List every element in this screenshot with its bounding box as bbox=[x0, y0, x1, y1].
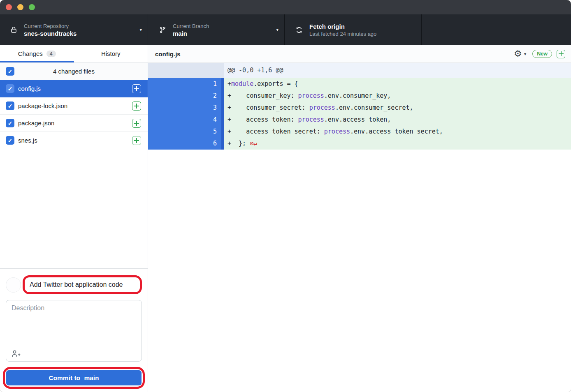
commit-button-label: Commit to bbox=[49, 374, 80, 381]
commit-description-box bbox=[6, 300, 142, 362]
select-all-checkbox[interactable] bbox=[6, 67, 14, 76]
window-controls bbox=[6, 4, 35, 10]
gutter-new-line-number: 6 bbox=[185, 138, 221, 150]
diff-content[interactable]: @@ -0,0 +1,6 @@ 1 +module.exports = { 2 … bbox=[148, 63, 571, 392]
commit-to-main-button[interactable]: Commit to main bbox=[6, 370, 142, 385]
commit-summary-input[interactable] bbox=[25, 281, 140, 288]
gutter-old bbox=[148, 138, 185, 150]
hunk-header-row: @@ -0,0 +1,6 @@ bbox=[148, 63, 571, 78]
added-file-icon bbox=[132, 119, 141, 128]
current-branch-dropdown[interactable]: Current Branch main bbox=[148, 14, 285, 45]
file-name: package.json bbox=[18, 120, 54, 127]
titlebar bbox=[0, 0, 571, 14]
gutter-old bbox=[148, 78, 185, 90]
add-icon[interactable] bbox=[557, 50, 565, 58]
gutter-old bbox=[148, 126, 185, 138]
no-newline-icon: ⊘↵ bbox=[250, 140, 257, 147]
repository-label: Current Repository bbox=[24, 23, 77, 29]
file-checkbox[interactable] bbox=[6, 136, 14, 145]
chevron-down-icon bbox=[276, 27, 279, 32]
gutter-old bbox=[148, 114, 185, 126]
added-file-icon bbox=[132, 101, 141, 111]
file-name: package-lock.json bbox=[18, 102, 67, 109]
diff-line-6[interactable]: 6 + }; ⊘↵ bbox=[148, 138, 571, 150]
diff-line-2[interactable]: 2 + consumer_key: process.env.consumer_k… bbox=[148, 90, 571, 102]
diff-line-code: + consumer_key: process.env.consumer_key… bbox=[224, 90, 571, 102]
diff-line-1[interactable]: 1 +module.exports = { bbox=[148, 78, 571, 90]
toolbar-spacer bbox=[422, 14, 571, 45]
gear-icon[interactable] bbox=[514, 48, 522, 59]
git-branch-icon bbox=[158, 26, 167, 33]
gutter-new-line-number: 1 bbox=[185, 78, 221, 90]
file-row-package-lock-json[interactable]: package-lock.json bbox=[0, 97, 148, 115]
file-row-package-json[interactable]: package.json bbox=[0, 115, 148, 132]
diff-line-5[interactable]: 5 + access_token_secret: process.env.acc… bbox=[148, 126, 571, 138]
commit-form: Commit to main bbox=[0, 268, 148, 392]
file-checkbox[interactable] bbox=[6, 119, 14, 127]
gutter-new bbox=[185, 63, 221, 78]
diff-line-code: + access_token_secret: process.env.acces… bbox=[224, 126, 571, 138]
file-checkbox[interactable] bbox=[6, 84, 14, 93]
changes-count-badge: 4 bbox=[46, 51, 56, 57]
diff-header: config.js New bbox=[148, 45, 571, 63]
changed-files-count: 4 changed files bbox=[53, 68, 95, 75]
gutter-old bbox=[148, 63, 185, 78]
diff-line-code: + consumer_secret: process.env.consumer_… bbox=[224, 102, 571, 114]
diff-filename: config.js bbox=[155, 51, 181, 58]
branch-name: main bbox=[173, 30, 209, 37]
file-name: config.js bbox=[18, 85, 41, 92]
gutter-old bbox=[148, 102, 185, 114]
commit-description-input[interactable] bbox=[12, 304, 136, 347]
tab-history[interactable]: History bbox=[74, 45, 148, 62]
close-button[interactable] bbox=[6, 4, 12, 10]
changes-sidebar: Changes 4 History 4 changed files config… bbox=[0, 45, 148, 392]
minimize-button[interactable] bbox=[17, 4, 23, 10]
tab-changes-label: Changes bbox=[18, 50, 43, 57]
gutter-new-line-number: 4 bbox=[185, 114, 221, 126]
new-file-badge: New bbox=[532, 50, 552, 58]
person-add-icon[interactable] bbox=[12, 350, 21, 357]
dropdown-caret-icon[interactable] bbox=[524, 51, 527, 57]
avatar bbox=[6, 277, 21, 293]
diff-line-code: + access_token: process.env.access_token… bbox=[224, 114, 571, 126]
zoom-button[interactable] bbox=[29, 4, 35, 10]
gutter-new-line-number: 2 bbox=[185, 90, 221, 102]
gutter-old bbox=[148, 90, 185, 102]
diff-line-3[interactable]: 3 + consumer_secret: process.env.consume… bbox=[148, 102, 571, 114]
sync-icon bbox=[295, 26, 304, 34]
file-row-config-js[interactable]: config.js bbox=[0, 80, 148, 97]
hunk-header-text: @@ -0,0 +1,6 @@ bbox=[224, 63, 571, 78]
diff-line-code: + }; ⊘↵ bbox=[224, 138, 571, 150]
file-checkbox[interactable] bbox=[6, 101, 14, 110]
repository-name: snes-soundtracks bbox=[24, 30, 77, 37]
tab-changes[interactable]: Changes 4 bbox=[0, 45, 74, 62]
tab-history-label: History bbox=[101, 50, 121, 57]
sidebar-tabs: Changes 4 History bbox=[0, 45, 148, 63]
chevron-down-icon bbox=[139, 27, 142, 32]
summary-highlight-annotation bbox=[23, 275, 142, 294]
github-desktop-window: Current Repository snes-soundtracks Curr… bbox=[0, 0, 571, 392]
added-file-icon bbox=[132, 136, 141, 145]
gutter-new-line-number: 5 bbox=[185, 126, 221, 138]
fetch-origin-label: Fetch origin bbox=[309, 23, 376, 30]
added-file-icon bbox=[132, 84, 141, 93]
lock-icon bbox=[9, 26, 18, 34]
fetch-origin-button[interactable]: Fetch origin Last fetched 24 minutes ago bbox=[285, 14, 422, 45]
last-fetched-text: Last fetched 24 minutes ago bbox=[309, 31, 376, 37]
file-list-empty-space bbox=[0, 149, 148, 268]
diff-view: config.js New @@ -0,0 +1,6 @@ 1 bbox=[148, 45, 571, 392]
current-repository-dropdown[interactable]: Current Repository snes-soundtracks bbox=[0, 14, 148, 45]
diff-line-4[interactable]: 4 + access_token: process.env.access_tok… bbox=[148, 114, 571, 126]
toolbar: Current Repository snes-soundtracks Curr… bbox=[0, 14, 571, 45]
file-row-snes-js[interactable]: snes.js bbox=[0, 132, 148, 149]
commit-button-highlight-annotation: Commit to main bbox=[3, 367, 145, 389]
file-name: snes.js bbox=[18, 137, 37, 144]
gutter-new-line-number: 3 bbox=[185, 102, 221, 114]
branch-label: Current Branch bbox=[173, 23, 209, 29]
commit-button-branch: main bbox=[84, 374, 99, 381]
diff-line-code: +module.exports = { bbox=[224, 78, 571, 90]
changed-files-header: 4 changed files bbox=[0, 63, 148, 80]
